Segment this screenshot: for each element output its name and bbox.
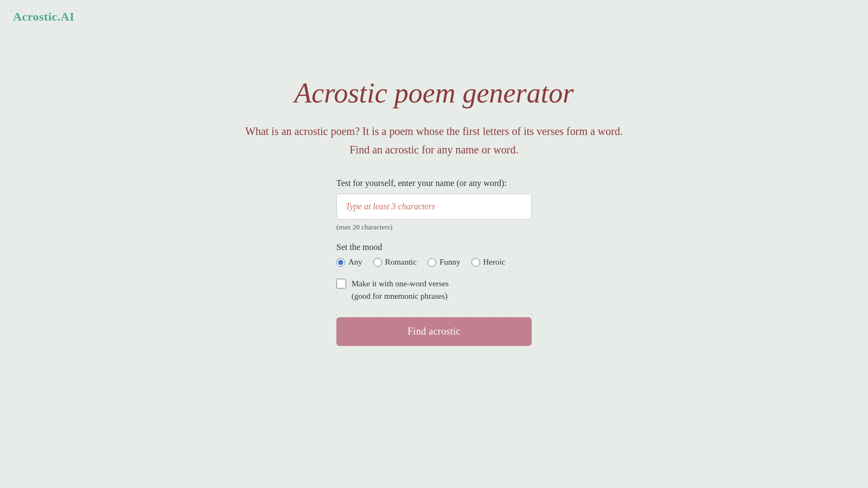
checkbox-section: Make it with one-word verses (good for m… (336, 278, 532, 302)
header: Acrostic.AI (0, 0, 868, 34)
max-chars-note: (max 20 characters) (336, 223, 532, 232)
mood-option-romantic[interactable]: Romantic (373, 258, 417, 267)
checkbox-label-line1: Make it with one-word verses (352, 279, 449, 288)
description-line1: What is an acrostic poem? It is a poem w… (245, 125, 623, 137)
mood-radio-any[interactable] (336, 258, 345, 267)
mood-label-any: Any (348, 258, 362, 267)
mood-section: Set the mood Any Romantic Funny Heroic (336, 242, 532, 267)
form-container: Test for yourself, enter your name (or a… (336, 178, 532, 346)
one-word-checkbox[interactable] (336, 279, 346, 288)
checkbox-label-line2: (good for mnemonic phrases) (352, 292, 448, 300)
mood-label-heroic: Heroic (483, 258, 506, 267)
mood-label: Set the mood (336, 242, 532, 252)
find-acrostic-button[interactable]: Find acrostic (336, 317, 532, 346)
checkbox-label: Make it with one-word verses (good for m… (352, 278, 449, 302)
mood-options: Any Romantic Funny Heroic (336, 258, 532, 267)
main-content: Acrostic poem generator What is an acros… (0, 34, 868, 346)
mood-label-funny: Funny (439, 258, 460, 267)
logo: Acrostic.AI (13, 10, 855, 24)
description-line2: Find an acrostic for any name or word. (349, 144, 518, 156)
description: What is an acrostic poem? It is a poem w… (245, 122, 623, 159)
input-label: Test for yourself, enter your name (or a… (336, 178, 532, 188)
mood-radio-heroic[interactable] (471, 258, 480, 267)
mood-radio-romantic[interactable] (373, 258, 382, 267)
mood-option-heroic[interactable]: Heroic (471, 258, 506, 267)
mood-label-romantic: Romantic (385, 258, 417, 267)
mood-option-any[interactable]: Any (336, 258, 362, 267)
mood-option-funny[interactable]: Funny (427, 258, 460, 267)
word-input[interactable] (336, 194, 532, 220)
page-title: Acrostic poem generator (294, 77, 573, 109)
mood-radio-funny[interactable] (427, 258, 436, 267)
